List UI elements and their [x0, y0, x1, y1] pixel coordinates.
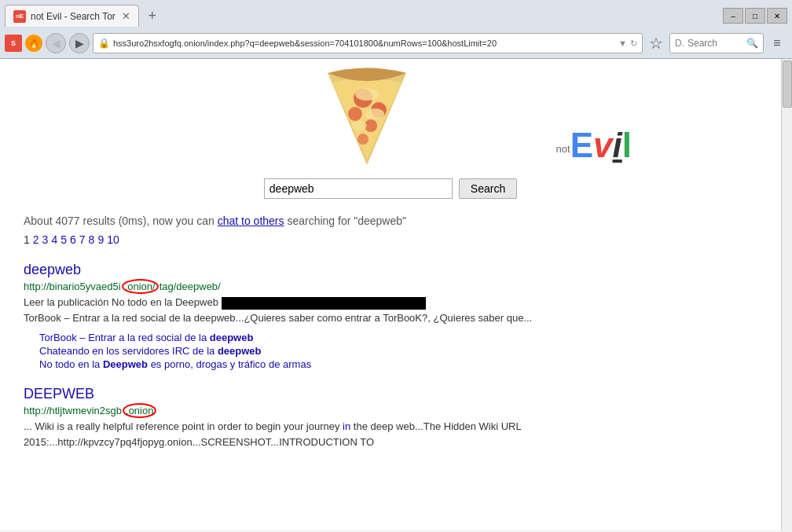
results-suffix: searching for "deepweb"	[284, 215, 406, 227]
page-6[interactable]: 6	[70, 233, 76, 246]
page-inner: notEvil Search About 4077 results (0ms),…	[0, 59, 781, 481]
page-5[interactable]: 5	[60, 233, 67, 246]
page-10[interactable]: 10	[107, 233, 119, 246]
nav-bar: S 🔥 ◀ ▶ 🔒 ▼ ↻ ☆ D. 🔍 ≡	[0, 28, 792, 58]
sub-results-1: TorBook – Entrar a la red social de la d…	[39, 332, 757, 370]
page-9[interactable]: 9	[97, 233, 104, 246]
redacted-text-1	[222, 297, 426, 310]
result-desc-2: ... Wiki is a really helpful reference p…	[24, 419, 613, 449]
tab-title: not Evil - Search Tor	[31, 11, 116, 22]
pagination: 1 2 3 4 5 6 7 8 9 10	[24, 233, 757, 246]
evil-logo: notEvil	[556, 126, 632, 165]
dropdown-icon[interactable]: ▼	[618, 39, 627, 48]
maximize-button[interactable]: □	[745, 8, 765, 24]
pizza-svg	[320, 67, 414, 169]
letter-e: E	[570, 126, 593, 164]
evil-text: Evil	[570, 126, 632, 164]
browser-tab[interactable]: nE not Evil - Search Tor ✕	[5, 5, 139, 27]
keyword-deepweb-2: deepweb	[218, 345, 262, 357]
sub-result-1-1[interactable]: TorBook – Entrar a la red social de la d…	[39, 332, 757, 343]
scrollbar[interactable]	[781, 59, 792, 530]
sub-result-1-2[interactable]: Chateando en los servidores IRC de la de…	[39, 345, 757, 357]
search-form: Search	[264, 178, 517, 199]
search-icon[interactable]: 🔍	[746, 38, 758, 49]
title-bar: nE not Evil - Search Tor ✕ + – □ ✕	[0, 0, 792, 28]
onion-circle-1: .onion/	[122, 279, 159, 294]
new-tab-button[interactable]: +	[142, 6, 163, 26]
tab-close-button[interactable]: ✕	[122, 10, 130, 22]
nav-search-box[interactable]: D. 🔍	[669, 33, 764, 53]
bookmark-icon[interactable]: ☆	[646, 32, 666, 54]
letter-v: v	[593, 126, 612, 164]
browser-logo[interactable]: S	[5, 35, 22, 52]
url-prefix-1: http://binario5yvaed5i	[24, 281, 121, 292]
back-button[interactable]: ◀	[46, 33, 66, 53]
hamburger-menu[interactable]: ≡	[767, 33, 787, 53]
nav-search-input[interactable]	[688, 38, 746, 49]
scrollbar-thumb[interactable]	[783, 61, 792, 108]
svg-point-6	[355, 88, 379, 101]
address-bar[interactable]: 🔒 ▼ ↻	[93, 33, 643, 53]
minimize-button[interactable]: –	[723, 8, 743, 24]
chat-link[interactable]: chat to others	[218, 215, 284, 227]
result-desc-1: Leer la publicación No todo en la Deepwe…	[24, 295, 613, 310]
result-url-2: http://htljtwmevin2sgb.onion	[24, 403, 757, 418]
letter-l: l	[622, 126, 632, 164]
sub-result-1-3[interactable]: No todo en la Deepweb es porno, drogas y…	[39, 358, 757, 370]
result-desc-1b: TorBook – Entrar a la red social de la d…	[24, 310, 613, 326]
result-title-1: deepweb	[24, 262, 757, 278]
result-link-2[interactable]: DEEPWEB	[24, 386, 94, 402]
browser-menu-icon[interactable]: 🔥	[25, 35, 42, 52]
result-title-2: DEEPWEB	[24, 386, 757, 402]
result-item-1: deepweb http://binario5yvaed5i.onion/tag…	[24, 262, 757, 370]
url-suffix-1: tag/deepweb/	[160, 281, 221, 292]
result-link-1[interactable]: deepweb	[24, 262, 81, 277]
search-input[interactable]	[264, 178, 453, 199]
refresh-icon[interactable]: ↻	[630, 39, 637, 49]
svg-point-7	[365, 108, 384, 119]
pizza-logo	[320, 67, 414, 169]
page-content: notEvil Search About 4077 results (0ms),…	[0, 59, 792, 530]
address-input[interactable]	[113, 39, 615, 48]
page-3[interactable]: 3	[42, 233, 49, 246]
result-url-1: http://binario5yvaed5i.onion/tag/deepweb…	[24, 279, 757, 294]
svg-point-3	[348, 107, 362, 121]
svg-point-5	[358, 134, 368, 145]
duckduckgo-icon: D.	[675, 38, 684, 49]
keyword-deepweb-3: Deepweb	[103, 358, 148, 370]
page-2[interactable]: 2	[33, 233, 39, 246]
browser-chrome: nE not Evil - Search Tor ✕ + – □ ✕ S 🔥 ◀…	[0, 0, 792, 59]
in-text: in	[343, 420, 350, 432]
page-8[interactable]: 8	[89, 233, 95, 246]
close-button[interactable]: ✕	[767, 8, 787, 24]
results-summary: About 4077 results (0ms), now you can ch…	[24, 215, 757, 227]
window-controls: – □ ✕	[723, 8, 787, 24]
keyword-deepweb: deepweb	[210, 332, 254, 343]
forward-button[interactable]: ▶	[69, 33, 90, 53]
current-page: 1	[24, 233, 30, 246]
header-section: notEvil Search	[24, 67, 757, 199]
search-button[interactable]: Search	[459, 178, 517, 199]
letter-i: i	[613, 126, 622, 164]
results-prefix: About 4077 results (0ms), now you can	[24, 215, 218, 227]
svg-point-8	[351, 121, 367, 130]
not-prefix: not	[556, 143, 570, 155]
lock-icon: 🔒	[98, 38, 110, 49]
page-7[interactable]: 7	[79, 233, 86, 246]
tab-favicon: nE	[13, 10, 26, 23]
onion-circle-2: .onion	[123, 403, 156, 418]
url-prefix-2: http://htljtwmevin2sgb	[24, 405, 122, 416]
page-4[interactable]: 4	[51, 233, 57, 246]
result-item-2: DEEPWEB http://htljtwmevin2sgb.onion ...…	[24, 386, 757, 449]
